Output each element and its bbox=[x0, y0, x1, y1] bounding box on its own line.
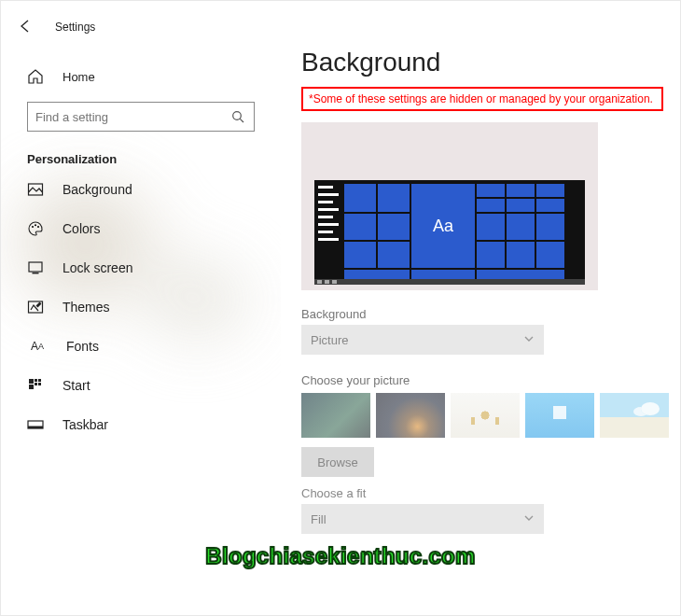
sidebar-item-label: Background bbox=[63, 182, 132, 197]
preview-sample-text: Aa bbox=[411, 184, 475, 268]
page-title: Background bbox=[301, 48, 680, 77]
svg-rect-10 bbox=[35, 379, 37, 382]
sidebar-item-taskbar[interactable]: Taskbar bbox=[27, 405, 255, 444]
start-icon bbox=[27, 377, 44, 394]
app-title: Settings bbox=[55, 21, 95, 34]
sidebar-item-label: Lock screen bbox=[63, 260, 132, 275]
lockscreen-icon bbox=[27, 259, 44, 276]
settings-window: Settings Home Personalization Background bbox=[0, 0, 681, 616]
search-icon bbox=[229, 108, 246, 125]
background-dropdown-label: Background bbox=[301, 307, 680, 321]
sidebar-item-themes[interactable]: Themes bbox=[27, 287, 255, 327]
picture-icon bbox=[27, 181, 44, 198]
sidebar-item-lockscreen[interactable]: Lock screen bbox=[27, 248, 255, 287]
svg-point-3 bbox=[32, 226, 34, 228]
taskbar-icon bbox=[27, 416, 44, 433]
fit-dropdown[interactable]: Fill bbox=[301, 504, 544, 534]
svg-line-1 bbox=[240, 119, 243, 122]
chevron-down-icon bbox=[523, 512, 535, 526]
sidebar-item-background[interactable]: Background bbox=[27, 170, 255, 209]
main-panel: Background *Some of these settings are h… bbox=[281, 1, 680, 615]
sidebar-item-start[interactable]: Start bbox=[27, 366, 255, 405]
sidebar-item-colors[interactable]: Colors bbox=[27, 209, 255, 248]
svg-rect-6 bbox=[29, 262, 42, 272]
preview-desktop: Aa bbox=[314, 180, 585, 285]
browse-button[interactable]: Browse bbox=[301, 447, 374, 477]
home-label: Home bbox=[63, 70, 95, 84]
sidebar-item-label: Start bbox=[63, 378, 90, 393]
fit-dropdown-value: Fill bbox=[311, 512, 327, 526]
sidebar-item-label: Themes bbox=[63, 300, 110, 315]
svg-rect-16 bbox=[28, 427, 43, 429]
home-nav[interactable]: Home bbox=[27, 57, 255, 96]
svg-point-4 bbox=[35, 224, 36, 226]
palette-icon bbox=[27, 220, 44, 237]
search-input[interactable] bbox=[35, 110, 229, 124]
background-dropdown-value: Picture bbox=[311, 333, 348, 347]
sidebar-item-label: Fonts bbox=[66, 339, 99, 354]
background-dropdown[interactable]: Picture bbox=[301, 325, 544, 355]
svg-rect-7 bbox=[33, 273, 39, 273]
sidebar-item-fonts[interactable]: AA Fonts bbox=[27, 327, 255, 366]
choose-picture-label: Choose your picture bbox=[301, 373, 680, 387]
svg-point-0 bbox=[233, 112, 242, 120]
svg-rect-9 bbox=[29, 379, 34, 384]
sidebar-item-label: Colors bbox=[63, 221, 100, 236]
section-title: Personalization bbox=[27, 152, 255, 166]
picture-thumb[interactable] bbox=[301, 393, 370, 438]
picture-thumb[interactable] bbox=[600, 393, 669, 438]
svg-rect-14 bbox=[29, 385, 34, 389]
fonts-icon: AA bbox=[27, 338, 48, 355]
picture-thumb[interactable] bbox=[525, 393, 594, 438]
home-icon bbox=[27, 68, 44, 85]
back-button[interactable] bbox=[18, 19, 33, 36]
titlebar: Settings bbox=[18, 10, 255, 44]
search-box[interactable] bbox=[27, 102, 255, 132]
sidebar: Settings Home Personalization Background bbox=[1, 1, 281, 615]
picture-thumbnails bbox=[301, 393, 680, 438]
svg-point-5 bbox=[37, 226, 39, 228]
picture-thumb[interactable] bbox=[451, 393, 520, 438]
chevron-down-icon bbox=[523, 333, 535, 347]
themes-icon bbox=[27, 299, 44, 315]
sidebar-item-label: Taskbar bbox=[63, 417, 108, 432]
picture-thumb[interactable] bbox=[376, 393, 445, 438]
svg-rect-13 bbox=[38, 383, 41, 385]
background-preview: Aa bbox=[301, 122, 598, 290]
organization-warning: *Some of these settings are hidden or ma… bbox=[301, 87, 663, 111]
choose-fit-label: Choose a fit bbox=[301, 486, 680, 500]
svg-rect-12 bbox=[35, 383, 37, 385]
svg-rect-11 bbox=[38, 379, 41, 382]
